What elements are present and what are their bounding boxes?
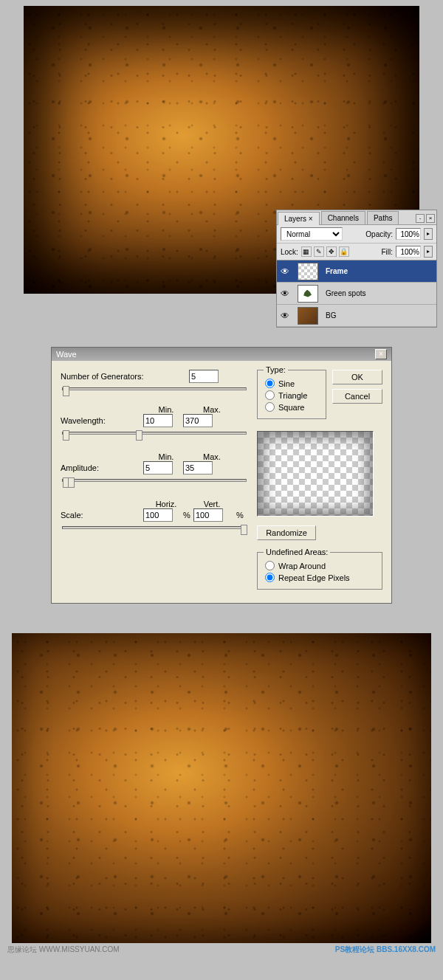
opacity-flyout-button[interactable]: ▸ — [424, 228, 433, 240]
fill-flyout-button[interactable]: ▸ — [424, 246, 433, 258]
footer-url: BBS.16XX8.COM — [377, 945, 436, 953]
layer-visibility-toggle-icon[interactable]: 👁 — [277, 289, 293, 299]
min-header: Min. — [146, 405, 186, 414]
title-bar: Wave × — [52, 348, 391, 361]
footer-credit-left: 思缘论坛 WWW.MISSYUAN.COM — [7, 945, 120, 955]
type-triangle-radio[interactable]: Triangle — [265, 390, 318, 400]
type-sine-radio[interactable]: Sine — [265, 379, 318, 388]
randomize-button[interactable]: Randomize — [257, 525, 316, 540]
scale-vert-input[interactable] — [193, 508, 223, 522]
layer-name-label: Frame — [323, 267, 348, 275]
lock-transparent-icon[interactable]: ▦ — [301, 246, 312, 257]
percent-label: % — [183, 511, 189, 520]
lock-paint-icon[interactable]: ✎ — [314, 246, 324, 257]
type-triangle-label: Triangle — [278, 391, 307, 400]
lock-position-icon[interactable]: ✥ — [326, 246, 337, 257]
repeat-edge-radio[interactable]: Repeat Edge Pixels — [265, 573, 374, 582]
type-legend: Type: — [264, 365, 288, 374]
layer-row-green-spots[interactable]: 👁 Green spots — [277, 283, 436, 305]
max-header: Max. — [192, 405, 232, 414]
type-square-radio[interactable]: Square — [265, 402, 318, 412]
vert-header: Vert. — [192, 500, 232, 508]
wavelength-label: Wavelength: — [61, 416, 143, 425]
layer-row-bg[interactable]: 👁 BG — [277, 305, 436, 327]
panel-close-button[interactable]: × — [426, 214, 435, 223]
footer-credit-right: PS教程论坛 BBS.16XX8.COM — [335, 945, 436, 955]
panel-tabs: Layers × Channels Paths - × — [277, 210, 436, 225]
tab-layers[interactable]: Layers × — [278, 212, 320, 225]
wrap-around-radio[interactable]: Wrap Around — [265, 561, 374, 570]
panel-minimize-button[interactable]: - — [416, 214, 425, 223]
layer-list: 👁 Frame 👁 Green spots 👁 BG — [277, 260, 436, 327]
layer-thumbnail — [298, 263, 318, 280]
horiz-header: Horiz. — [146, 500, 186, 508]
texture-preview-after — [12, 633, 431, 943]
repeat-edge-label: Repeat Edge Pixels — [278, 573, 350, 582]
dialog-title: Wave — [56, 350, 375, 359]
footer-badge: PS教程论坛 — [335, 945, 374, 953]
amplitude-slider[interactable] — [62, 479, 247, 482]
blend-mode-select[interactable]: Normal — [281, 227, 343, 241]
layer-visibility-toggle-icon[interactable]: 👁 — [277, 311, 293, 321]
wavelength-slider[interactable] — [62, 432, 247, 435]
undefined-legend: Undefined Areas: — [264, 548, 330, 556]
fill-input[interactable] — [396, 246, 421, 258]
amplitude-min-input[interactable] — [143, 461, 173, 475]
fill-label: Fill: — [381, 248, 393, 256]
type-group: Type: Sine Triangle Square — [257, 370, 326, 419]
scale-label: Scale: — [61, 511, 143, 520]
min-header: Min. — [146, 452, 186, 461]
undefined-areas-group: Undefined Areas: Wrap Around Repeat Edge… — [257, 552, 382, 590]
tab-layers-label: Layers — [284, 215, 306, 223]
opacity-label: Opacity: — [365, 230, 393, 238]
layer-visibility-toggle-icon[interactable]: 👁 — [277, 266, 293, 277]
generators-label: Number of Generators: — [61, 372, 149, 381]
cancel-button[interactable]: Cancel — [332, 389, 382, 404]
layer-thumbnail — [298, 307, 318, 325]
lock-all-icon[interactable]: 🔒 — [339, 246, 349, 257]
type-square-label: Square — [278, 403, 304, 412]
generators-slider[interactable] — [62, 387, 247, 390]
max-header: Max. — [192, 452, 232, 461]
percent-label: % — [236, 511, 242, 520]
tab-channels[interactable]: Channels — [321, 211, 365, 224]
layer-thumbnail — [298, 285, 318, 303]
layers-panel: Layers × Channels Paths - × Normal Opaci… — [276, 210, 437, 328]
layer-name-label: Green spots — [323, 289, 365, 297]
dialog-close-button[interactable]: × — [375, 349, 387, 359]
generators-input[interactable] — [189, 370, 219, 383]
scale-horiz-input[interactable] — [143, 508, 173, 522]
amplitude-label: Amplitude: — [61, 463, 143, 472]
lock-label: Lock: — [281, 248, 298, 256]
layer-name-label: BG — [323, 311, 336, 320]
wrap-around-label: Wrap Around — [278, 562, 326, 570]
ok-button[interactable]: OK — [332, 370, 382, 384]
type-sine-label: Sine — [278, 379, 295, 388]
wave-dialog: Wave × Number of Generators: Min. Max. W… — [51, 347, 392, 604]
wave-preview — [257, 431, 374, 517]
scale-slider[interactable] — [62, 526, 247, 529]
amplitude-max-input[interactable] — [183, 461, 213, 475]
opacity-input[interactable] — [396, 228, 421, 240]
tab-paths[interactable]: Paths — [367, 211, 399, 224]
wavelength-min-input[interactable] — [143, 414, 173, 427]
wavelength-max-input[interactable] — [183, 414, 213, 427]
layer-row-frame[interactable]: 👁 Frame — [277, 260, 436, 283]
